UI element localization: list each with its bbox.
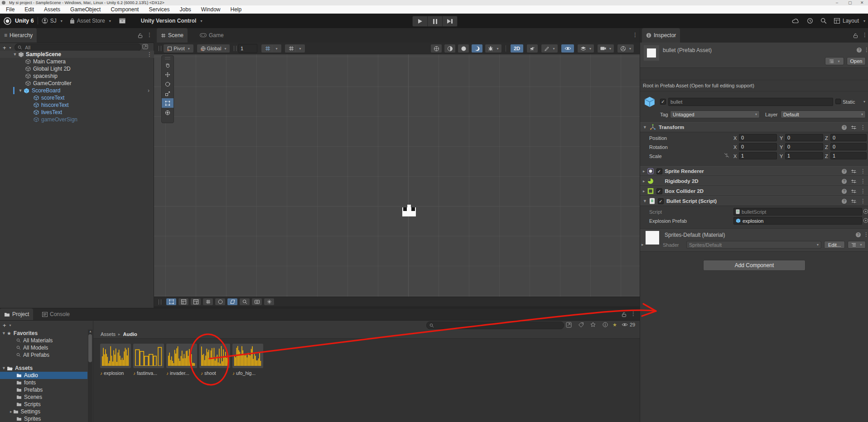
skew-toggle-button[interactable] bbox=[227, 298, 238, 306]
history-icon[interactable] bbox=[807, 18, 813, 24]
menu-assets[interactable]: Assets bbox=[39, 6, 65, 13]
bullet-sprite[interactable] bbox=[402, 205, 416, 216]
scale-y-field[interactable] bbox=[785, 152, 823, 159]
help-icon[interactable]: ? bbox=[856, 232, 861, 237]
favorites-header[interactable]: ▼ ★ Favorites bbox=[0, 330, 87, 337]
object-picker-icon[interactable] bbox=[863, 218, 868, 223]
global-dropdown[interactable]: Global▾ bbox=[197, 44, 230, 53]
project-search-input[interactable] bbox=[436, 322, 561, 329]
hierarchy-row[interactable]: hiscoreText bbox=[0, 101, 154, 109]
pause-button[interactable] bbox=[428, 16, 443, 27]
hierarchy-row-scoreboard[interactable]: ▼ ScoreBoard › bbox=[0, 87, 154, 94]
component-menu-icon[interactable]: ⋮ bbox=[860, 168, 866, 174]
hidden-count-indicator[interactable]: 29 bbox=[622, 322, 635, 327]
hierarchy-row[interactable]: spaceship bbox=[0, 72, 154, 80]
help-icon[interactable]: ? bbox=[842, 199, 847, 204]
folder-row[interactable]: fonts bbox=[0, 379, 87, 386]
foldout-icon[interactable]: ▼ bbox=[13, 52, 17, 57]
close-button[interactable]: ✕ bbox=[860, 0, 864, 5]
snap-increment-dropdown[interactable]: ▾ bbox=[261, 44, 282, 53]
component-checkbox[interactable]: ✓ bbox=[656, 188, 662, 194]
prefab-open-chevron-icon[interactable]: › bbox=[148, 87, 149, 94]
search-icon[interactable] bbox=[820, 18, 827, 24]
menu-jobs[interactable]: Jobs bbox=[174, 6, 196, 13]
menu-edit[interactable]: Edit bbox=[19, 6, 39, 13]
version-control-dropdown[interactable]: Unity Version Control▾ bbox=[141, 18, 203, 24]
presets-icon[interactable] bbox=[851, 189, 856, 194]
folder-row[interactable]: ▸ Settings bbox=[0, 408, 87, 415]
tab-project[interactable]: Project bbox=[0, 308, 33, 320]
folder-row[interactable]: Prefabs bbox=[0, 386, 87, 393]
audio-asset-label[interactable]: ♪shoot bbox=[201, 370, 233, 376]
properties-list-button[interactable]: ▾ bbox=[825, 57, 844, 65]
2d-mode-button[interactable]: 2D bbox=[510, 44, 524, 53]
split-view-button[interactable] bbox=[178, 298, 189, 306]
presets-icon[interactable] bbox=[851, 169, 856, 174]
open-prefab-button[interactable]: Open bbox=[847, 57, 866, 65]
component-menu-icon[interactable]: ⋮ bbox=[860, 125, 866, 130]
toolbar-drag-handle[interactable] bbox=[234, 46, 236, 51]
folder-row[interactable]: Scripts bbox=[0, 401, 87, 408]
debug-draw-dropdown[interactable]: ▾ bbox=[485, 44, 502, 53]
rigidbody-2d-header[interactable]: ▸ Rigidbody 2D ?⋮ bbox=[640, 176, 868, 186]
position-x-field[interactable] bbox=[739, 134, 777, 141]
grid-size-field[interactable] bbox=[238, 44, 257, 53]
foldout-icon[interactable]: ▼ bbox=[643, 125, 647, 129]
sphere-toggle-button[interactable] bbox=[215, 298, 226, 306]
help-icon[interactable]: ? bbox=[842, 179, 847, 184]
audio-asset-label[interactable]: ♪fastinva... bbox=[133, 370, 166, 376]
grid-visual-dropdown[interactable]: ▾ bbox=[285, 44, 305, 53]
scroll-up-icon[interactable]: ▲ bbox=[89, 330, 92, 333]
cloud-icon[interactable] bbox=[792, 18, 800, 24]
pivot-dropdown[interactable]: Pivot▾ bbox=[163, 44, 194, 53]
scale-tool-button[interactable] bbox=[162, 89, 174, 98]
component-menu-icon[interactable]: ⋮ bbox=[860, 178, 866, 184]
static-dropdown-icon[interactable]: ▾ bbox=[863, 100, 865, 104]
layers-dropdown[interactable]: ▾ bbox=[577, 44, 594, 53]
maximize-button[interactable]: ▢ bbox=[848, 0, 852, 5]
half-shaded-button[interactable] bbox=[444, 44, 456, 53]
menu-component[interactable]: Component bbox=[106, 6, 144, 13]
tag-dropdown[interactable]: Untagged▾ bbox=[670, 110, 760, 118]
assets-root-row[interactable]: ▼ Assets bbox=[0, 364, 87, 372]
scene-viewport[interactable] bbox=[154, 54, 640, 297]
search-by-type-icon[interactable] bbox=[566, 322, 572, 328]
shaded-wireframe-button[interactable] bbox=[430, 44, 442, 53]
hierarchy-create-button[interactable]: +▾ bbox=[3, 44, 11, 51]
material-list-button[interactable]: ▾ bbox=[848, 241, 866, 249]
script-object-field[interactable]: bulletScript bbox=[733, 208, 862, 216]
static-checkbox[interactable] bbox=[835, 99, 841, 104]
component-checkbox[interactable]: ✓ bbox=[658, 198, 664, 204]
tab-game[interactable]: Game bbox=[196, 28, 228, 43]
audio-asset-thumbnail[interactable] bbox=[100, 344, 131, 368]
project-search[interactable] bbox=[426, 321, 564, 329]
hierarchy-menu-icon[interactable]: ⋮ bbox=[147, 32, 152, 38]
lock-icon[interactable] bbox=[622, 312, 627, 317]
save-search-icon[interactable] bbox=[590, 322, 596, 327]
rect-tool-button[interactable] bbox=[162, 98, 174, 108]
foldout-icon[interactable]: ▼ bbox=[18, 88, 23, 93]
grid-toggle-button[interactable] bbox=[203, 298, 213, 306]
shader-dropdown[interactable]: Sprites/Default▾ bbox=[686, 241, 821, 249]
layer-dropdown[interactable]: Default▾ bbox=[781, 110, 866, 118]
scrollbar-thumb[interactable] bbox=[88, 334, 92, 362]
transform-tool-button[interactable] bbox=[162, 108, 174, 117]
name-field[interactable] bbox=[668, 98, 833, 106]
tools-drag-handle[interactable] bbox=[162, 56, 174, 60]
audio-asset-label[interactable]: ♪invader... bbox=[166, 370, 199, 376]
favorites-item[interactable]: All Prefabs bbox=[0, 351, 87, 359]
toolbar-drag-handle[interactable] bbox=[159, 299, 161, 305]
asset-store-dropdown[interactable]: Asset Store▾ bbox=[70, 18, 111, 24]
hierarchy-search[interactable] bbox=[14, 43, 141, 51]
position-y-field[interactable] bbox=[785, 134, 823, 141]
audio-asset-thumbnail[interactable] bbox=[232, 344, 263, 368]
lock-icon[interactable] bbox=[853, 33, 858, 38]
explosion-object-field[interactable]: explosion bbox=[733, 217, 862, 225]
rotation-x-field[interactable] bbox=[739, 143, 777, 150]
camera-dropdown[interactable]: ▾ bbox=[597, 44, 614, 53]
link-scale-icon[interactable] bbox=[723, 153, 730, 158]
help-icon[interactable]: ? bbox=[842, 169, 847, 174]
zoom-button[interactable] bbox=[239, 298, 250, 306]
add-component-button[interactable]: Add Component bbox=[703, 260, 805, 271]
menu-services[interactable]: Services bbox=[144, 6, 174, 13]
